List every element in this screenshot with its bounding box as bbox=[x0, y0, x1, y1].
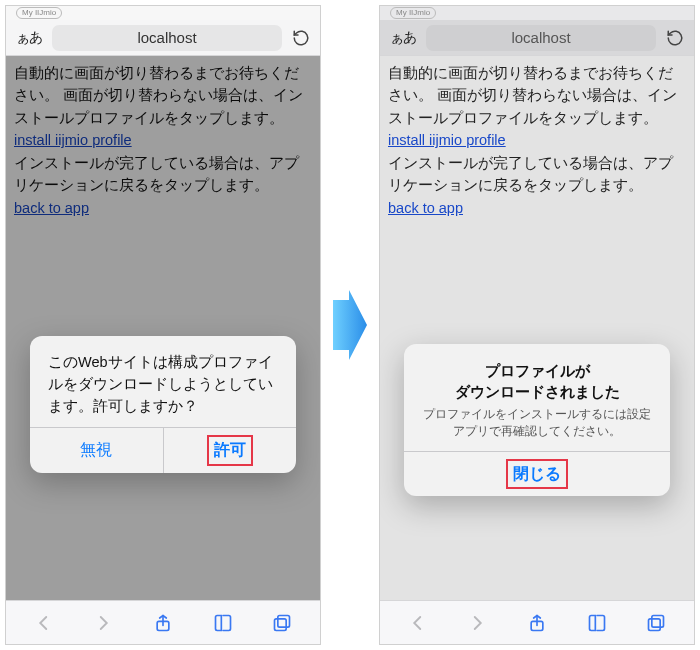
back-to-app-link[interactable]: back to app bbox=[388, 200, 463, 216]
carrier-label: My IIJmio bbox=[390, 7, 436, 19]
reload-icon[interactable] bbox=[290, 27, 312, 49]
toolbar bbox=[380, 600, 694, 644]
share-icon[interactable] bbox=[151, 611, 175, 635]
dialog-title: プロファイルが ダウンロードされました bbox=[422, 360, 652, 402]
profile-downloaded-dialog: プロファイルが ダウンロードされました プロファイルをインストールするには設定ア… bbox=[404, 344, 670, 496]
toolbar bbox=[6, 600, 320, 644]
step-arrow-icon bbox=[329, 290, 371, 360]
forward-icon[interactable] bbox=[91, 611, 115, 635]
close-button[interactable]: 閉じる bbox=[404, 452, 670, 497]
back-icon[interactable] bbox=[406, 611, 430, 635]
modal-overlay bbox=[6, 56, 320, 600]
text-size-button[interactable]: ぁあ bbox=[14, 29, 44, 47]
dialog-message: このWebサイトは構成プロファイルをダウンロードしようとしています。許可しますか… bbox=[48, 352, 278, 417]
phone-screenshot-left: My IIJmio ぁあ localhost 自動的に画面が切り替わるまでお待ち… bbox=[5, 5, 321, 645]
tabs-icon[interactable] bbox=[270, 611, 294, 635]
bookmarks-icon[interactable] bbox=[211, 611, 235, 635]
install-profile-link[interactable]: install iijmio profile bbox=[388, 132, 506, 148]
dialog-subtext: プロファイルをインストールするには設定アプリで再確認してください。 bbox=[422, 406, 652, 441]
url-field[interactable]: localhost bbox=[426, 25, 656, 51]
status-bar: My IIJmio bbox=[6, 6, 320, 20]
svg-rect-5 bbox=[652, 615, 664, 627]
share-icon[interactable] bbox=[525, 611, 549, 635]
url-field[interactable]: localhost bbox=[52, 25, 282, 51]
address-bar: ぁあ localhost bbox=[6, 20, 320, 56]
body-text: インストールが完了している場合は、アプリケーションに戻るをタップします。 bbox=[388, 155, 673, 193]
ignore-button[interactable]: 無視 bbox=[30, 428, 163, 473]
allow-button[interactable]: 許可 bbox=[163, 428, 297, 473]
tabs-icon[interactable] bbox=[644, 611, 668, 635]
page-content: 自動的に画面が切り替わるまでお待ちください。 画面が切り替わらない場合は、インス… bbox=[380, 56, 694, 600]
forward-icon[interactable] bbox=[465, 611, 489, 635]
phone-screenshot-right: My IIJmio ぁあ localhost 自動的に画面が切り替わるまでお待ち… bbox=[379, 5, 695, 645]
status-bar: My IIJmio bbox=[380, 6, 694, 20]
url-text: localhost bbox=[137, 29, 196, 46]
reload-icon[interactable] bbox=[664, 27, 686, 49]
svg-rect-2 bbox=[275, 618, 287, 630]
url-text: localhost bbox=[511, 29, 570, 46]
svg-marker-3 bbox=[333, 290, 367, 360]
allow-button-label: 許可 bbox=[210, 438, 250, 463]
back-icon[interactable] bbox=[32, 611, 56, 635]
page-content: 自動的に画面が切り替わるまでお待ちください。 画面が切り替わらない場合は、インス… bbox=[6, 56, 320, 600]
close-button-label: 閉じる bbox=[509, 462, 565, 487]
address-bar: ぁあ localhost bbox=[380, 20, 694, 56]
svg-rect-1 bbox=[278, 615, 290, 627]
bookmarks-icon[interactable] bbox=[585, 611, 609, 635]
svg-rect-6 bbox=[649, 618, 661, 630]
download-permission-dialog: このWebサイトは構成プロファイルをダウンロードしようとしています。許可しますか… bbox=[30, 336, 296, 473]
text-size-button[interactable]: ぁあ bbox=[388, 29, 418, 47]
carrier-label: My IIJmio bbox=[16, 7, 62, 19]
